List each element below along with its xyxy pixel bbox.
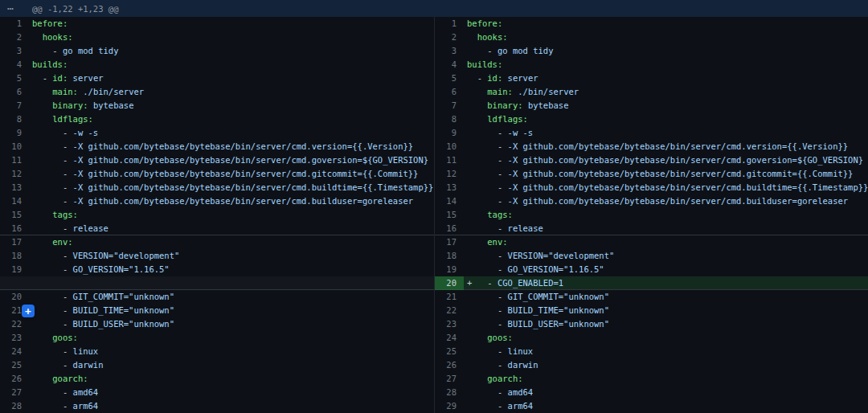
line-number[interactable]: 28	[435, 386, 464, 399]
line-number[interactable]: 23	[0, 331, 29, 345]
yaml-value: -X github.com/bytebase/bytebase/bin/serv…	[73, 141, 414, 151]
diff-row-old-9: 9 - -w -s	[0, 126, 434, 140]
code-line: - release	[29, 222, 434, 235]
diff-row-new-10: 10 - -X github.com/bytebase/bytebase/bin…	[435, 140, 868, 153]
line-number[interactable]: 24	[0, 345, 29, 358]
diff-row-old-18: 18 - VERSION="development"	[0, 249, 434, 263]
line-number[interactable]: 10	[0, 140, 29, 153]
line-number[interactable]: 7	[0, 99, 29, 112]
line-number[interactable]: 25	[0, 358, 29, 372]
line-number[interactable]: 14	[0, 194, 29, 208]
expand-hunk-icon[interactable]: ⋯	[0, 0, 32, 17]
line-number[interactable]: 11	[435, 153, 464, 167]
line-number[interactable]: 8	[0, 112, 29, 126]
diff-row-new-17: 17 env:	[435, 235, 868, 249]
line-number[interactable]: 18	[0, 249, 29, 263]
diff-row-new-13: 13 - -X github.com/bytebase/bytebase/bin…	[435, 181, 868, 194]
line-number[interactable]: 20	[435, 276, 464, 290]
line-number[interactable]: 29	[435, 399, 464, 413]
add-comment-button[interactable]: +	[22, 305, 35, 317]
line-number[interactable]: 15	[435, 208, 464, 222]
line-number[interactable]: 17	[0, 235, 29, 249]
line-number[interactable]: 11	[0, 153, 29, 167]
line-number[interactable]: 10	[435, 140, 464, 153]
hunk-header: ⋯ @@ -1,22 +1,23 @@	[0, 0, 868, 17]
line-number[interactable]: 3	[435, 44, 464, 58]
line-number[interactable]: 20	[0, 290, 29, 304]
line-number[interactable]: 22	[435, 304, 464, 317]
yaml-value: linux	[73, 346, 99, 356]
yaml-punctuation: -	[467, 401, 508, 411]
line-number[interactable]: 24	[435, 331, 464, 345]
line-number[interactable]: 27	[435, 372, 464, 386]
diff-row-old-21: 21 - BUILD_TIME="unknown"	[0, 304, 434, 317]
diff-row-new-22: 22 - BUILD_TIME="unknown"	[435, 304, 868, 317]
line-number[interactable]: 9	[0, 126, 29, 140]
diff-row-old-19: 19 - GO_VERSION="1.16.5"	[0, 263, 434, 276]
line-number[interactable]: 15	[0, 208, 29, 222]
yaml-value: -X github.com/bytebase/bytebase/bin/serv…	[508, 155, 864, 165]
line-number[interactable]: 6	[0, 85, 29, 99]
line-number[interactable]: 4	[0, 58, 29, 72]
yaml-value: BUILD_USER="unknown"	[508, 319, 609, 329]
line-number[interactable]: 6	[435, 85, 464, 99]
line-number[interactable]: 19	[435, 263, 464, 276]
line-number[interactable]: 2	[435, 31, 464, 44]
line-number[interactable]: 9	[435, 126, 464, 140]
line-number[interactable]: 18	[435, 249, 464, 263]
diff-row-new-20: 20+ - CGO_ENABLED=1	[435, 276, 868, 290]
line-number[interactable]: 8	[435, 112, 464, 126]
line-number[interactable]: 21	[435, 290, 464, 304]
diff-row-new-28: 28 - amd64	[435, 386, 868, 399]
yaml-punctuation: -	[32, 264, 73, 274]
line-number[interactable]: 5	[0, 72, 29, 85]
diff-row-new-4: 4builds:	[435, 58, 868, 72]
yaml-key: builds:	[467, 59, 502, 69]
code-line	[29, 276, 434, 290]
code-line: - BUILD_TIME="unknown"	[464, 304, 868, 317]
line-number[interactable]: 5	[435, 72, 464, 85]
diff-row-old-11: 11 - -X github.com/bytebase/bytebase/bin…	[0, 153, 434, 167]
line-number-empty	[0, 276, 29, 290]
diff-row-old-empty	[0, 276, 434, 290]
line-number[interactable]: 1	[435, 17, 464, 31]
yaml-punctuation	[467, 374, 487, 383]
diff-pane-old: 1before:2 hooks:3 - go mod tidy4builds:5…	[0, 17, 434, 413]
line-number[interactable]: 16	[435, 222, 464, 235]
line-number[interactable]: 12	[0, 167, 29, 181]
line-number[interactable]: 19	[0, 263, 29, 276]
line-number[interactable]: 14	[435, 194, 464, 208]
yaml-key: hooks:	[477, 32, 508, 42]
line-number[interactable]: 22	[0, 317, 29, 331]
line-number[interactable]: 26	[435, 358, 464, 372]
diff-row-new-23: 23 - BUILD_USER="unknown"	[435, 317, 868, 331]
yaml-punctuation: -	[32, 223, 73, 233]
line-number[interactable]: 7	[435, 99, 464, 112]
line-number[interactable]: 28	[0, 399, 29, 413]
yaml-value: -X github.com/bytebase/bytebase/bin/serv…	[73, 169, 419, 178]
line-number[interactable]: 4	[435, 58, 464, 72]
line-number[interactable]: 2	[0, 31, 29, 44]
line-number[interactable]: 13	[435, 181, 464, 194]
code-line: - GO_VERSION="1.16.5"	[29, 263, 434, 276]
diff-row-old-27: 27 - amd64	[0, 386, 434, 399]
line-number[interactable]: 3	[0, 44, 29, 58]
line-number[interactable]: 26	[0, 372, 29, 386]
diff-row-old-10: 10 - -X github.com/bytebase/bytebase/bin…	[0, 140, 434, 153]
diff-row-new-21: 21 - GIT_COMMIT="unknown"	[435, 290, 868, 304]
line-number[interactable]: 17	[435, 235, 464, 249]
line-number[interactable]: 23	[435, 317, 464, 331]
yaml-punctuation: -	[467, 360, 508, 370]
diff-row-old-7: 7 binary: bytebase	[0, 99, 434, 112]
line-number[interactable]: 25	[435, 345, 464, 358]
line-number[interactable]: 16	[0, 222, 29, 235]
line-number[interactable]: 12	[435, 167, 464, 181]
yaml-punctuation	[467, 114, 487, 124]
code-line: goarch:	[464, 372, 868, 386]
code-line: binary: bytebase	[29, 99, 434, 112]
line-number[interactable]: 13	[0, 181, 29, 194]
line-number[interactable]: 27	[0, 386, 29, 399]
line-number[interactable]: 1	[0, 17, 29, 31]
yaml-punctuation: -	[467, 182, 508, 192]
yaml-value: arm64	[508, 401, 534, 411]
